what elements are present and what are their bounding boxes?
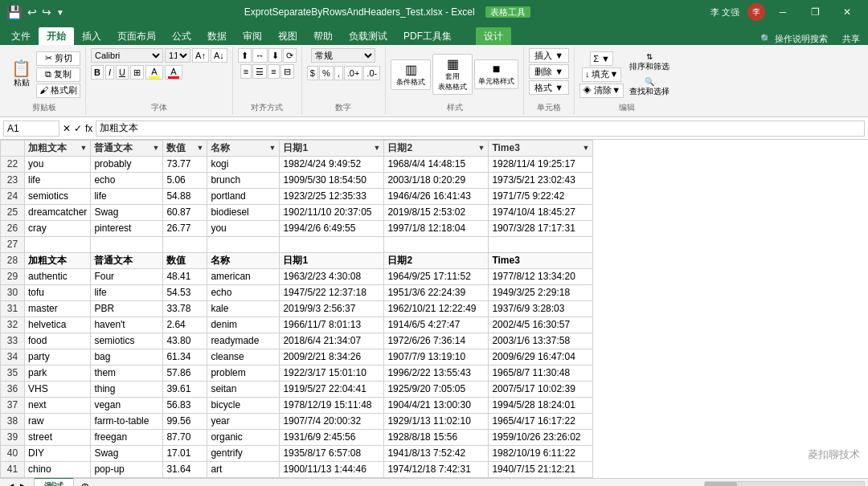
- cell-f35[interactable]: 1996/2/22 13:55:43: [384, 366, 489, 382]
- decrease-font-button[interactable]: A↓: [211, 48, 227, 63]
- font-name-select[interactable]: Calibri: [91, 48, 163, 63]
- table-row[interactable]: 32helveticahaven't2.64denim1966/11/7 8:0…: [1, 317, 593, 333]
- cell-g39[interactable]: 1959/10/26 23:26:02: [489, 430, 593, 446]
- cell-c35[interactable]: 57.86: [163, 366, 207, 382]
- insert-cells-button[interactable]: 插入 ▼: [529, 48, 569, 63]
- tab-review[interactable]: 审阅: [235, 27, 270, 45]
- table-row[interactable]: 40DIYSwag17.01gentrify1935/8/17 6:57:081…: [1, 446, 593, 462]
- insert-function-icon[interactable]: fx: [85, 123, 92, 134]
- cell-b23[interactable]: echo: [91, 173, 163, 189]
- cell-a25[interactable]: dreamcatcher: [25, 205, 91, 221]
- table-row[interactable]: 36VHSthing39.61seitan1919/5/27 22:04:411…: [1, 382, 593, 398]
- fill-color-button[interactable]: A: [145, 65, 163, 80]
- cell-d24[interactable]: portland: [207, 189, 280, 205]
- number-format-select[interactable]: 常规: [311, 48, 375, 63]
- filter-arrow-b[interactable]: ▼: [152, 141, 159, 155]
- cell-b22[interactable]: probably: [91, 157, 163, 173]
- restore-button[interactable]: ❐: [800, 0, 829, 24]
- filter-arrow-d[interactable]: ▼: [268, 141, 276, 155]
- cell-f40[interactable]: 1941/8/13 7:52:42: [384, 446, 489, 462]
- cell-f36[interactable]: 1925/9/20 7:05:05: [384, 382, 489, 398]
- cell-f32[interactable]: 1914/6/5 4:27:47: [384, 317, 489, 333]
- underline-button[interactable]: U: [116, 65, 129, 80]
- paste-button[interactable]: 📋 粘贴: [8, 59, 35, 90]
- table-row[interactable]: 28加粗文本普通文本数值名称日期1日期2Time3: [1, 253, 593, 269]
- align-top-button[interactable]: ⬆: [238, 48, 252, 63]
- tab-pdf-tools[interactable]: PDF工具集: [395, 27, 460, 45]
- col-header-f[interactable]: 日期2 ▼: [384, 141, 489, 157]
- cell-c32[interactable]: 2.64: [163, 317, 207, 333]
- cell-d38[interactable]: year: [207, 414, 280, 430]
- undo-icon[interactable]: ↩: [27, 6, 37, 18]
- table-style-button[interactable]: ▦ 套用表格格式: [432, 54, 473, 95]
- cell-g37[interactable]: 1994/5/28 18:24:01: [489, 398, 593, 414]
- filter-arrow-c[interactable]: ▼: [196, 141, 203, 155]
- tab-data[interactable]: 数据: [199, 27, 235, 45]
- cell-g22[interactable]: 1928/11/4 19:25:17: [489, 157, 593, 173]
- horizontal-scrollbar[interactable]: [704, 481, 865, 487]
- cell-b34[interactable]: bag: [91, 349, 163, 366]
- cell-d25[interactable]: biodiesel: [207, 205, 280, 221]
- cell-d29[interactable]: american: [207, 269, 280, 285]
- minimize-button[interactable]: ─: [768, 0, 797, 24]
- cell-e35[interactable]: 1922/3/17 15:01:10: [280, 366, 384, 382]
- font-color-button[interactable]: A: [165, 65, 182, 80]
- tab-insert[interactable]: 插入: [74, 27, 109, 45]
- cell-d36[interactable]: seitan: [207, 382, 280, 398]
- col-header-d[interactable]: 名称 ▼: [207, 141, 280, 157]
- cell-b25[interactable]: Swag: [91, 205, 163, 221]
- cell-a23[interactable]: life: [25, 173, 91, 189]
- cell-b28[interactable]: 普通文本: [91, 253, 163, 269]
- tab-file[interactable]: 文件: [3, 27, 39, 45]
- cell-f37[interactable]: 1904/4/21 13:00:30: [384, 398, 489, 414]
- tab-help[interactable]: 帮助: [305, 27, 341, 45]
- cell-g30[interactable]: 1949/3/25 2:29:18: [489, 285, 593, 301]
- cell-g32[interactable]: 2002/4/5 16:30:57: [489, 317, 593, 333]
- cell-e26[interactable]: 1994/2/6 6:49:55: [280, 221, 384, 237]
- cell-a32[interactable]: helvetica: [25, 317, 91, 333]
- cell-a36[interactable]: VHS: [25, 382, 91, 398]
- cell-b32[interactable]: haven't: [91, 317, 163, 333]
- cell-a31[interactable]: master: [25, 301, 91, 317]
- cell-f28[interactable]: 日期2: [384, 253, 489, 269]
- cell-e30[interactable]: 1947/5/22 12:37:18: [280, 285, 384, 301]
- table-row[interactable]: 29authenticFour48.41american1963/2/23 4:…: [1, 269, 593, 285]
- table-row[interactable]: 26craypinterest26.77you1994/2/6 6:49:551…: [1, 221, 593, 237]
- tab-formulas[interactable]: 公式: [164, 27, 199, 45]
- align-left-button[interactable]: ≡: [240, 64, 252, 79]
- cell-c39[interactable]: 87.70: [163, 430, 207, 446]
- increase-font-button[interactable]: A↑: [192, 48, 209, 63]
- table-row[interactable]: 25dreamcatcherSwag60.87biodiesel1902/11/…: [1, 205, 593, 221]
- redo-icon[interactable]: ↪: [42, 6, 51, 18]
- cell-e25[interactable]: 1902/11/10 20:37:05: [280, 205, 384, 221]
- cell-a26[interactable]: cray: [25, 221, 91, 237]
- border-button[interactable]: ⊞: [130, 65, 144, 80]
- cell-g40[interactable]: 1982/10/19 6:11:22: [489, 446, 593, 462]
- cell-f34[interactable]: 1907/7/9 13:19:10: [384, 349, 489, 366]
- tab-page-layout[interactable]: 页面布局: [109, 27, 164, 45]
- search-box[interactable]: 🔍 操作说明搜索: [754, 33, 834, 45]
- format-painter-button[interactable]: 🖌 格式刷: [36, 84, 80, 98]
- find-select-button[interactable]: 🔍 查找和选择: [625, 76, 674, 99]
- cell-b39[interactable]: freegan: [91, 430, 163, 446]
- cell-c27[interactable]: [163, 237, 207, 253]
- filter-arrow-e[interactable]: ▼: [373, 141, 380, 155]
- cell-f38[interactable]: 1929/1/13 11:02:10: [384, 414, 489, 430]
- cell-c30[interactable]: 54.53: [163, 285, 207, 301]
- confirm-formula-icon[interactable]: ✓: [74, 123, 82, 134]
- cell-f25[interactable]: 2019/8/15 2:53:02: [384, 205, 489, 221]
- cell-a30[interactable]: tofu: [25, 285, 91, 301]
- align-right-button[interactable]: ≡: [268, 64, 279, 79]
- cell-e27[interactable]: [280, 237, 384, 253]
- format-cells-button[interactable]: 格式 ▼: [529, 80, 569, 95]
- cell-a33[interactable]: food: [25, 333, 91, 349]
- cell-g31[interactable]: 1937/6/9 3:28:03: [489, 301, 593, 317]
- col-header-e[interactable]: 日期1 ▼: [280, 141, 384, 157]
- cell-c33[interactable]: 43.80: [163, 333, 207, 349]
- cell-g23[interactable]: 1973/5/21 23:02:43: [489, 173, 593, 189]
- wrap-text-button[interactable]: ⟳: [283, 48, 297, 63]
- table-row[interactable]: 38rawfarm-to-table99.56year1907/7/4 20:0…: [1, 414, 593, 430]
- filter-arrow-g[interactable]: ▼: [582, 141, 589, 155]
- cell-d27[interactable]: [207, 237, 280, 253]
- cell-c37[interactable]: 56.83: [163, 398, 207, 414]
